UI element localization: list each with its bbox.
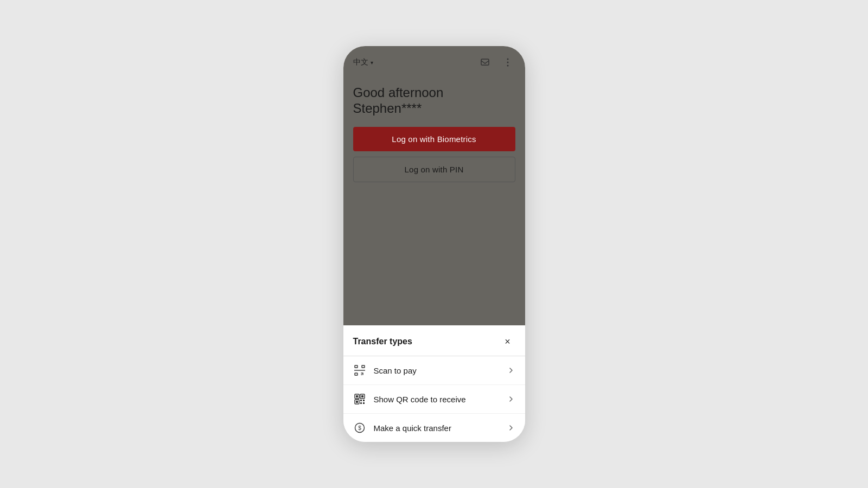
svg-rect-16 — [360, 402, 362, 404]
phone-frame: 中文 ▾ — [343, 46, 525, 442]
transfer-types-title: Transfer types — [353, 337, 412, 346]
greeting-line2: Stephen**** — [353, 101, 515, 116]
bottom-sheet-header: Transfer types × — [343, 325, 525, 356]
nav-bar: 中文 ▾ — [343, 46, 525, 75]
svg-point-2 — [507, 62, 508, 63]
scan-to-pay-item[interactable]: Scan to pay — [343, 356, 525, 385]
svg-point-1 — [507, 59, 508, 60]
close-bottom-sheet-button[interactable]: × — [500, 334, 515, 349]
nav-icons — [477, 55, 515, 70]
greeting-line1: Good afternoon — [353, 85, 515, 101]
svg-point-3 — [507, 65, 508, 67]
greeting-section: Good afternoon Stephen**** — [343, 75, 525, 127]
language-chevron-icon: ▾ — [371, 60, 373, 66]
svg-rect-0 — [481, 59, 489, 65]
svg-rect-6 — [355, 373, 358, 375]
svg-rect-17 — [363, 402, 365, 404]
notification-icon — [480, 57, 490, 68]
svg-rect-4 — [355, 365, 358, 368]
biometrics-button[interactable]: Log on with Biometrics — [353, 127, 515, 151]
more-button[interactable] — [500, 55, 515, 70]
svg-rect-9 — [356, 395, 358, 397]
svg-rect-15 — [363, 400, 365, 401]
svg-rect-14 — [360, 400, 362, 401]
bottom-sheet: Transfer types × Scan to pay — [343, 325, 525, 442]
svg-rect-5 — [362, 365, 365, 368]
svg-text:$: $ — [358, 425, 361, 431]
svg-rect-11 — [361, 395, 363, 397]
scan-to-pay-icon — [353, 364, 366, 377]
show-qr-code-item[interactable]: Show QR code to receive — [343, 385, 525, 414]
scan-to-pay-chevron-icon — [507, 366, 515, 375]
more-icon — [502, 57, 513, 68]
show-qr-code-chevron-icon — [507, 395, 515, 403]
svg-rect-13 — [356, 401, 358, 403]
buttons-section: Log on with Biometrics Log on with PIN — [343, 127, 525, 182]
quick-transfer-icon: $ — [353, 421, 366, 434]
notification-button[interactable] — [477, 55, 493, 70]
language-label: 中文 — [353, 57, 368, 67]
quick-transfer-chevron-icon — [507, 423, 515, 432]
show-qr-code-icon — [353, 393, 366, 406]
scan-to-pay-label: Scan to pay — [374, 366, 499, 375]
pin-button[interactable]: Log on with PIN — [353, 157, 515, 182]
phone-top: 中文 ▾ — [343, 46, 525, 325]
quick-transfer-item[interactable]: $ Make a quick transfer — [343, 414, 525, 442]
show-qr-code-label: Show QR code to receive — [374, 395, 499, 404]
language-selector[interactable]: 中文 ▾ — [353, 57, 373, 67]
quick-transfer-label: Make a quick transfer — [374, 423, 499, 433]
